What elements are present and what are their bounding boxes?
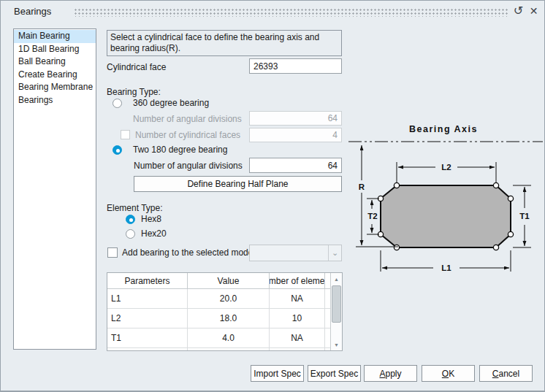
col-header-elements: Number of elements	[270, 273, 325, 288]
define-bearing-half-plane-button[interactable]: Define Bearing Half Plane	[134, 176, 342, 192]
table-scrollbar[interactable]: ▲ ▼	[330, 273, 342, 350]
table-header-row: Parameters Value Number of elements	[107, 273, 342, 289]
drag-grip[interactable]	[74, 7, 508, 17]
add-bearing-label: Add bearing to the selected model	[122, 247, 255, 258]
element-type-label: Element Type:	[107, 203, 163, 213]
cell-value: 18.0	[188, 309, 270, 328]
radio-hex20[interactable]: Hex20	[125, 228, 191, 240]
parameters-table: Parameters Value Number of elements L1 2…	[107, 272, 343, 351]
add-bearing-checkbox-row[interactable]: Add bearing to the selected model	[107, 246, 245, 259]
add-bearing-checkbox	[107, 247, 118, 258]
cell-value: 4.0	[188, 328, 270, 347]
window-title: Bearings	[14, 6, 51, 17]
diagram-title: Bearing Axis	[409, 124, 478, 134]
angular-divisions-360-label: Number of angular divisions	[133, 114, 242, 124]
import-spec-button[interactable]: Import Spec	[251, 365, 304, 382]
cylindrical-face-label: Cylindrical face	[107, 62, 166, 72]
cylindrical-faces-input	[249, 128, 342, 142]
table-row[interactable]: L2 18.0 10	[107, 309, 342, 328]
close-icon[interactable]: ✕	[527, 4, 541, 18]
cell-parameter: L1	[107, 289, 188, 308]
sidebar-item-create-bearing[interactable]: Create Bearing	[14, 69, 96, 82]
angular-divisions-360-input	[249, 111, 342, 126]
radio-180-icon	[113, 145, 122, 155]
chevron-down-icon: ⌄	[328, 245, 341, 261]
bearings-dialog: Bearings ↺ ✕ Main Bearing 1D Ball Bearin…	[0, 0, 545, 392]
radio-hex8-label: Hex8	[141, 214, 161, 224]
reset-icon[interactable]: ↺	[511, 4, 525, 18]
cylindrical-faces-label: Number of cylindrical faces	[135, 130, 240, 140]
radio-360-degree-bearing[interactable]: 360 degree bearing	[112, 97, 258, 109]
dim-label-r: R	[359, 182, 365, 191]
radio-two-180-degree-bearing[interactable]: Two 180 degree bearing	[112, 144, 272, 156]
table-row[interactable]: L1 20.0 NA	[107, 289, 342, 309]
table-row[interactable]: T1 4.0 NA	[107, 328, 342, 348]
sidebar-item-ball-bearing[interactable]: Ball Bearing	[14, 55, 96, 69]
cell-parameter: L2	[107, 309, 188, 328]
scroll-up-icon[interactable]: ▲	[331, 273, 342, 285]
scroll-down-icon[interactable]: ▼	[331, 339, 342, 350]
scrollbar-thumb[interactable]	[332, 285, 341, 323]
radio-360-icon	[113, 99, 122, 108]
dim-label-t2: T2	[367, 212, 377, 220]
cell-parameter: T2	[107, 348, 188, 351]
angular-divisions-180-label: Number of angular divisions	[134, 161, 243, 171]
col-header-value: Value	[188, 273, 270, 288]
col-header-parameters: Parameters	[107, 273, 188, 288]
radio-360-label: 360 degree bearing	[133, 98, 209, 108]
instruction-text: Select a cylindrical face to define the …	[107, 30, 342, 56]
bearing-type-list: Main Bearing 1D Ball Bearing Ball Bearin…	[13, 28, 96, 350]
sidebar-item-main-bearing[interactable]: Main Bearing	[14, 30, 96, 43]
cancel-button[interactable]: Cancel	[479, 365, 533, 382]
angular-divisions-180-input[interactable]	[249, 158, 342, 173]
bearing-cross-section	[381, 185, 511, 247]
cell-parameter: T1	[107, 328, 188, 347]
sidebar-item-bearings[interactable]: Bearings	[14, 94, 96, 107]
table-row[interactable]: T2 3.0 3	[107, 348, 342, 351]
cell-elements: 3	[270, 348, 325, 351]
model-dropdown: ⌄	[249, 245, 342, 261]
cell-elements: 10	[270, 309, 325, 328]
bearing-type-label: Bearing Type:	[107, 87, 161, 97]
export-spec-button[interactable]: Export Spec	[308, 365, 361, 382]
dim-label-l1: L1	[441, 264, 451, 272]
dim-label-l2: L2	[441, 163, 451, 172]
apply-button[interactable]: Apply	[364, 365, 417, 382]
cell-elements: NA	[270, 328, 325, 347]
ok-button[interactable]: OK	[422, 365, 475, 382]
dim-label-t1: T1	[519, 212, 530, 220]
radio-180-label: Two 180 degree bearing	[133, 145, 227, 155]
sidebar-item-bearing-membrane[interactable]: Bearing Membrane	[14, 81, 96, 94]
radio-hex20-icon	[126, 229, 135, 239]
radio-hex8-icon	[126, 215, 135, 224]
radio-hex20-label: Hex20	[141, 228, 167, 239]
cell-value: 20.0	[188, 289, 270, 308]
cylindrical-face-input[interactable]	[249, 58, 342, 74]
cell-elements: NA	[270, 289, 325, 308]
bearing-diagram: Bearing Axis	[344, 118, 545, 278]
sidebar-item-1d-ball-bearing[interactable]: 1D Ball Bearing	[14, 43, 96, 56]
cell-value: 3.0	[188, 348, 270, 351]
cylindrical-faces-checkbox	[121, 130, 130, 139]
radio-hex8[interactable]: Hex8	[125, 213, 191, 226]
